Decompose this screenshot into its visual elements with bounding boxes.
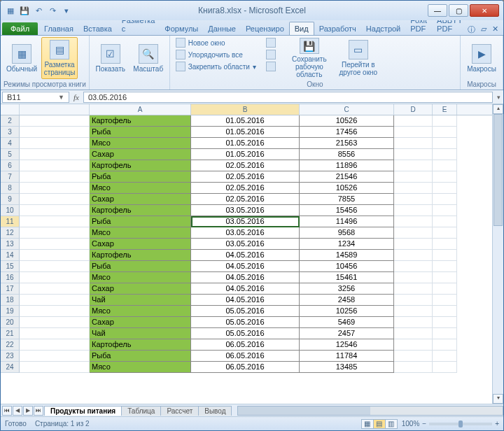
row-header[interactable]: 9 <box>1 194 20 205</box>
qat-more-icon[interactable]: ▾ <box>61 5 72 16</box>
cell-B24[interactable]: 06.05.2016 <box>191 362 300 373</box>
page-layout-view-button[interactable]: ▤ Разметка страницы <box>41 37 78 79</box>
cell-C15[interactable]: 10456 <box>300 261 394 272</box>
sheet-nav-next[interactable]: ▶ <box>23 406 33 416</box>
name-box[interactable]: B11▼ <box>2 92 69 103</box>
cell-B18[interactable]: 04.05.2016 <box>191 295 300 306</box>
cell-C7[interactable]: 21546 <box>300 171 394 183</box>
pagebreak-view-btn[interactable]: ▥ <box>385 419 398 429</box>
help-icon[interactable]: ⓘ <box>468 24 475 35</box>
cell-A8[interactable]: Мясо <box>90 183 191 194</box>
fx-icon[interactable]: fx <box>74 93 79 101</box>
cell-C20[interactable]: 5469 <box>300 317 394 328</box>
row-header[interactable]: 20 <box>1 317 20 328</box>
cell-B14[interactable]: 04.05.2016 <box>191 250 300 261</box>
cell-B2[interactable]: 01.05.2016 <box>191 115 300 127</box>
cell-C2[interactable]: 10526 <box>300 115 394 127</box>
col-header-E[interactable]: E <box>433 104 457 115</box>
ribbon-tab-3[interactable]: Формулы <box>160 22 203 35</box>
split-button[interactable] <box>263 37 279 48</box>
cell-D16[interactable] <box>394 272 433 283</box>
cell-C6[interactable]: 11896 <box>300 160 394 171</box>
cell-A20[interactable]: Сахар <box>90 317 191 328</box>
cell-A21[interactable]: Чай <box>90 328 191 339</box>
cell-E15[interactable] <box>433 261 457 272</box>
cell-D23[interactable] <box>394 351 433 362</box>
row-header[interactable]: 19 <box>1 306 20 317</box>
cell-A6[interactable]: Картофель <box>90 160 191 171</box>
cell-A16[interactable]: Мясо <box>90 272 191 283</box>
cell-C9[interactable]: 7855 <box>300 194 394 205</box>
cell-A5[interactable]: Сахар <box>90 149 191 160</box>
cell-C24[interactable]: 13485 <box>300 362 394 373</box>
cell-E21[interactable] <box>433 328 457 339</box>
cell-D19[interactable] <box>394 306 433 317</box>
cell-E16[interactable] <box>433 272 457 283</box>
cell-B22[interactable]: 06.05.2016 <box>191 339 300 351</box>
row-header[interactable]: 17 <box>1 283 20 295</box>
row-header[interactable]: 23 <box>1 351 20 362</box>
sheet-nav-first[interactable]: ⏮ <box>2 406 12 416</box>
cell-D13[interactable] <box>394 239 433 250</box>
cell-A4[interactable]: Мясо <box>90 138 191 149</box>
hide-button[interactable] <box>263 49 279 60</box>
cell-E6[interactable] <box>433 160 457 171</box>
namebox-dropdown-icon[interactable]: ▼ <box>58 94 64 101</box>
doc-close-icon[interactable]: ✕ <box>492 24 498 35</box>
select-all-corner[interactable] <box>1 104 20 115</box>
cell-C8[interactable]: 10526 <box>300 183 394 194</box>
cell-E24[interactable] <box>433 362 457 373</box>
cell-A22[interactable]: Картофель <box>90 339 191 351</box>
cell-B15[interactable]: 04.05.2016 <box>191 261 300 272</box>
cell-B6[interactable]: 02.05.2016 <box>191 160 300 171</box>
row-header[interactable]: 8 <box>1 183 20 194</box>
formula-expand-icon[interactable]: ▾ <box>494 94 503 101</box>
sheet-tab-0[interactable]: Продукты питания <box>44 406 122 416</box>
cell-A9[interactable]: Сахар <box>90 194 191 205</box>
row-header[interactable]: 12 <box>1 227 20 239</box>
cell-A12[interactable]: Мясо <box>90 227 191 239</box>
unhide-button[interactable] <box>263 61 279 72</box>
cell-B8[interactable]: 02.05.2016 <box>191 183 300 194</box>
undo-icon[interactable]: ↶ <box>33 5 44 16</box>
cell-D10[interactable] <box>394 205 433 216</box>
ribbon-tab-0[interactable]: Главная <box>39 22 78 35</box>
cell-D12[interactable] <box>394 227 433 239</box>
cell-D7[interactable] <box>394 171 433 183</box>
col-header-B[interactable]: B <box>191 104 300 115</box>
ribbon-tab-6[interactable]: Вид <box>289 22 314 35</box>
cell-E11[interactable] <box>433 216 457 227</box>
sheet-nav-prev[interactable]: ◀ <box>13 406 22 416</box>
cell-C13[interactable]: 1234 <box>300 239 394 250</box>
cell-A7[interactable]: Рыба <box>90 171 191 183</box>
col-header-C[interactable]: C <box>300 104 394 115</box>
save-workspace-button[interactable]: 💾 Сохранить рабочую область <box>286 37 333 79</box>
cell-D6[interactable] <box>394 160 433 171</box>
cell-B12[interactable]: 03.05.2016 <box>191 227 300 239</box>
minimize-ribbon-icon[interactable]: ▱ <box>481 24 486 35</box>
cell-C18[interactable]: 2458 <box>300 295 394 306</box>
cell-B16[interactable]: 04.05.2016 <box>191 272 300 283</box>
row-header[interactable]: 6 <box>1 160 20 171</box>
cell-A3[interactable]: Рыба <box>90 127 191 138</box>
cell-D24[interactable] <box>394 362 433 373</box>
cell-C4[interactable]: 21563 <box>300 138 394 149</box>
cell-A17[interactable]: Сахар <box>90 283 191 295</box>
sheet-tab-2[interactable]: Рассчет <box>160 406 199 416</box>
ribbon-tab-5[interactable]: Рецензиро <box>241 22 289 35</box>
row-header[interactable]: 11 <box>1 216 20 227</box>
cell-A15[interactable]: Рыба <box>90 261 191 272</box>
cell-D3[interactable] <box>394 127 433 138</box>
row-header[interactable]: 16 <box>1 272 20 283</box>
cell-D11[interactable] <box>394 216 433 227</box>
cell-B23[interactable]: 06.05.2016 <box>191 351 300 362</box>
file-tab[interactable]: Файл <box>2 22 38 35</box>
cell-C5[interactable]: 8556 <box>300 149 394 160</box>
grid[interactable]: ABCDE 2Картофель01.05.2016105263Рыба01.0… <box>1 104 492 404</box>
cell-D18[interactable] <box>394 295 433 306</box>
normal-view-button[interactable]: ▦ Обычный <box>4 37 40 79</box>
cell-D8[interactable] <box>394 183 433 194</box>
horizontal-scrollbar[interactable] <box>237 406 503 416</box>
col-header-D[interactable]: D <box>394 104 433 115</box>
cell-D9[interactable] <box>394 194 433 205</box>
